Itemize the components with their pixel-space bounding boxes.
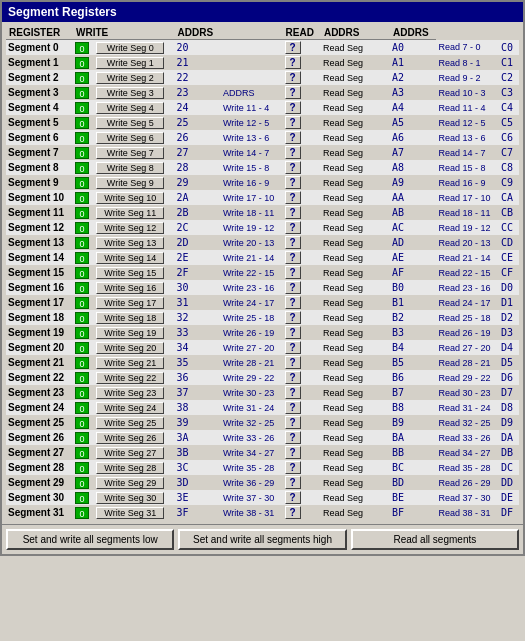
write-segment-button[interactable]: Write Seg 5 xyxy=(96,117,164,129)
write-button-cell[interactable]: Write Seg 31 xyxy=(94,505,174,520)
green-indicator[interactable]: 0 xyxy=(75,42,89,54)
read-question-button-cell[interactable]: ? xyxy=(283,415,321,430)
green-indicator[interactable]: 0 xyxy=(75,147,89,159)
write-segment-button[interactable]: Write Seg 1 xyxy=(96,57,164,69)
read-question-button-cell[interactable]: ? xyxy=(283,175,321,190)
read-question-button-cell[interactable]: ? xyxy=(283,475,321,490)
read-question-button[interactable]: ? xyxy=(285,431,301,444)
write-segment-button[interactable]: Write Seg 30 xyxy=(96,492,164,504)
write-button-cell[interactable]: Write Seg 13 xyxy=(94,235,174,250)
read-question-button-cell[interactable]: ? xyxy=(283,445,321,460)
write-segment-button[interactable]: Write Seg 17 xyxy=(96,297,164,309)
write-segment-button[interactable]: Write Seg 9 xyxy=(96,177,164,189)
green-indicator[interactable]: 0 xyxy=(75,192,89,204)
write-status-box[interactable]: 0 xyxy=(73,400,94,415)
read-question-button[interactable]: ? xyxy=(285,206,301,219)
write-status-box[interactable]: 0 xyxy=(73,85,94,100)
read-question-button-cell[interactable]: ? xyxy=(283,295,321,310)
write-button-cell[interactable]: Write Seg 5 xyxy=(94,115,174,130)
read-question-button[interactable]: ? xyxy=(285,41,301,54)
write-status-box[interactable]: 0 xyxy=(73,175,94,190)
write-button-cell[interactable]: Write Seg 30 xyxy=(94,490,174,505)
read-question-button[interactable]: ? xyxy=(285,281,301,294)
green-indicator[interactable]: 0 xyxy=(75,387,89,399)
write-status-box[interactable]: 0 xyxy=(73,505,94,520)
write-button-cell[interactable]: Write Seg 16 xyxy=(94,280,174,295)
read-question-button[interactable]: ? xyxy=(285,491,301,504)
write-button-cell[interactable]: Write Seg 8 xyxy=(94,160,174,175)
read-question-button[interactable]: ? xyxy=(285,401,301,414)
write-segment-button[interactable]: Write Seg 24 xyxy=(96,402,164,414)
write-button-cell[interactable]: Write Seg 10 xyxy=(94,190,174,205)
read-question-button[interactable]: ? xyxy=(285,71,301,84)
read-question-button-cell[interactable]: ? xyxy=(283,280,321,295)
write-status-box[interactable]: 0 xyxy=(73,310,94,325)
set-low-button[interactable]: Set and write all segments low xyxy=(6,529,174,550)
read-question-button-cell[interactable]: ? xyxy=(283,85,321,100)
write-button-cell[interactable]: Write Seg 6 xyxy=(94,130,174,145)
read-question-button[interactable]: ? xyxy=(285,446,301,459)
read-question-button-cell[interactable]: ? xyxy=(283,100,321,115)
write-status-box[interactable]: 0 xyxy=(73,235,94,250)
write-segment-button[interactable]: Write Seg 6 xyxy=(96,132,164,144)
read-question-button-cell[interactable]: ? xyxy=(283,505,321,520)
read-question-button-cell[interactable]: ? xyxy=(283,235,321,250)
green-indicator[interactable]: 0 xyxy=(75,102,89,114)
green-indicator[interactable]: 0 xyxy=(75,162,89,174)
read-question-button[interactable]: ? xyxy=(285,131,301,144)
write-status-box[interactable]: 0 xyxy=(73,70,94,85)
read-question-button-cell[interactable]: ? xyxy=(283,490,321,505)
green-indicator[interactable]: 0 xyxy=(75,222,89,234)
green-indicator[interactable]: 0 xyxy=(75,87,89,99)
green-indicator[interactable]: 0 xyxy=(75,342,89,354)
green-indicator[interactable]: 0 xyxy=(75,72,89,84)
write-segment-button[interactable]: Write Seg 15 xyxy=(96,267,164,279)
write-button-cell[interactable]: Write Seg 15 xyxy=(94,265,174,280)
write-status-box[interactable]: 0 xyxy=(73,385,94,400)
write-status-box[interactable]: 0 xyxy=(73,55,94,70)
read-question-button-cell[interactable]: ? xyxy=(283,220,321,235)
write-status-box[interactable]: 0 xyxy=(73,190,94,205)
read-question-button-cell[interactable]: ? xyxy=(283,400,321,415)
write-segment-button[interactable]: Write Seg 12 xyxy=(96,222,164,234)
write-status-box[interactable]: 0 xyxy=(73,340,94,355)
write-status-box[interactable]: 0 xyxy=(73,325,94,340)
read-question-button-cell[interactable]: ? xyxy=(283,385,321,400)
read-question-button[interactable]: ? xyxy=(285,371,301,384)
read-question-button[interactable]: ? xyxy=(285,236,301,249)
green-indicator[interactable]: 0 xyxy=(75,117,89,129)
green-indicator[interactable]: 0 xyxy=(75,477,89,489)
green-indicator[interactable]: 0 xyxy=(75,252,89,264)
read-question-button[interactable]: ? xyxy=(285,161,301,174)
read-question-button-cell[interactable]: ? xyxy=(283,250,321,265)
green-indicator[interactable]: 0 xyxy=(75,327,89,339)
write-button-cell[interactable]: Write Seg 19 xyxy=(94,325,174,340)
write-status-box[interactable]: 0 xyxy=(73,145,94,160)
write-segment-button[interactable]: Write Seg 7 xyxy=(96,147,164,159)
write-segment-button[interactable]: Write Seg 3 xyxy=(96,87,164,99)
write-button-cell[interactable]: Write Seg 7 xyxy=(94,145,174,160)
read-question-button-cell[interactable]: ? xyxy=(283,190,321,205)
green-indicator[interactable]: 0 xyxy=(75,267,89,279)
read-question-button[interactable]: ? xyxy=(285,116,301,129)
read-question-button[interactable]: ? xyxy=(285,341,301,354)
write-button-cell[interactable]: Write Seg 26 xyxy=(94,430,174,445)
read-question-button-cell[interactable]: ? xyxy=(283,40,321,56)
write-status-box[interactable]: 0 xyxy=(73,205,94,220)
write-status-box[interactable]: 0 xyxy=(73,130,94,145)
green-indicator[interactable]: 0 xyxy=(75,447,89,459)
write-segment-button[interactable]: Write Seg 28 xyxy=(96,462,164,474)
write-segment-button[interactable]: Write Seg 26 xyxy=(96,432,164,444)
write-status-box[interactable]: 0 xyxy=(73,280,94,295)
write-button-cell[interactable]: Write Seg 28 xyxy=(94,460,174,475)
read-all-button[interactable]: Read all segments xyxy=(351,529,519,550)
write-segment-button[interactable]: Write Seg 31 xyxy=(96,507,164,519)
green-indicator[interactable]: 0 xyxy=(75,417,89,429)
write-button-cell[interactable]: Write Seg 24 xyxy=(94,400,174,415)
write-button-cell[interactable]: Write Seg 27 xyxy=(94,445,174,460)
read-question-button[interactable]: ? xyxy=(285,311,301,324)
write-segment-button[interactable]: Write Seg 21 xyxy=(96,357,164,369)
read-question-button-cell[interactable]: ? xyxy=(283,115,321,130)
write-status-box[interactable]: 0 xyxy=(73,370,94,385)
write-segment-button[interactable]: Write Seg 29 xyxy=(96,477,164,489)
